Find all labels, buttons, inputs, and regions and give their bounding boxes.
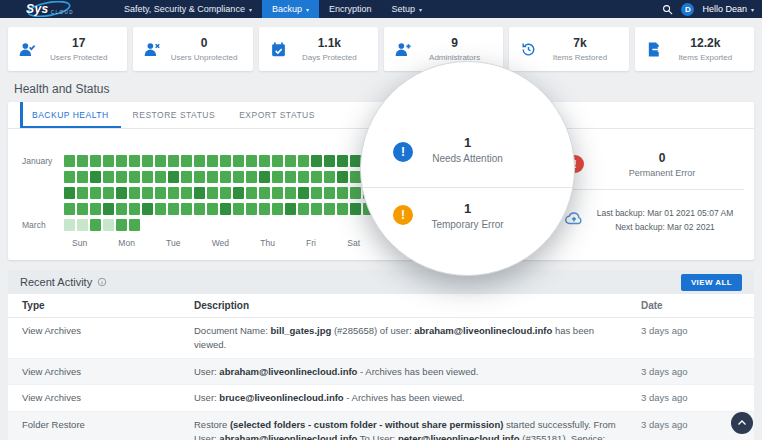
nav-item-backup[interactable]: Backup <box>262 0 319 18</box>
heatmap-cell[interactable] <box>337 187 348 199</box>
heatmap-cell[interactable] <box>298 187 309 199</box>
heatmap-cell[interactable] <box>298 171 309 183</box>
heatmap-cell[interactable] <box>246 171 257 183</box>
heatmap-cell[interactable] <box>220 203 231 215</box>
heatmap-cell[interactable] <box>285 187 296 199</box>
nav-item-setup[interactable]: Setup <box>381 0 432 18</box>
heatmap-cell[interactable] <box>181 171 192 183</box>
heatmap-cell[interactable] <box>155 203 166 215</box>
heatmap-cell[interactable] <box>129 187 140 199</box>
heatmap-cell[interactable] <box>311 203 322 215</box>
heatmap-cell[interactable] <box>155 171 166 183</box>
heatmap-cell[interactable] <box>194 171 205 183</box>
heatmap-cell[interactable] <box>103 219 114 231</box>
heatmap-cell[interactable] <box>90 155 101 167</box>
heatmap-cell[interactable] <box>311 155 322 167</box>
stat-card-days-protected[interactable]: 1.1k Days Protected <box>259 27 378 71</box>
heatmap-cell[interactable] <box>116 171 127 183</box>
nav-item-encryption[interactable]: Encryption <box>319 0 382 18</box>
heatmap-cell[interactable] <box>233 155 244 167</box>
heatmap-cell[interactable] <box>246 155 257 167</box>
heatmap-cell[interactable] <box>129 171 140 183</box>
heatmap-cell[interactable] <box>155 155 166 167</box>
heatmap-cell[interactable] <box>116 219 127 231</box>
heatmap-cell[interactable] <box>233 171 244 183</box>
scroll-to-top-button[interactable] <box>731 412 753 434</box>
avatar[interactable]: D <box>681 3 694 16</box>
heatmap-cell[interactable] <box>259 155 270 167</box>
table-row[interactable]: View ArchivesUser: bruce@liveonlinecloud… <box>8 385 754 412</box>
heatmap-cell[interactable] <box>181 203 192 215</box>
heatmap-cell[interactable] <box>64 155 75 167</box>
heatmap-cell[interactable] <box>220 171 231 183</box>
heatmap-cell[interactable] <box>207 155 218 167</box>
heatmap-cell[interactable] <box>168 203 179 215</box>
table-row[interactable]: View ArchivesUser: abraham@liveonlineclo… <box>8 358 754 385</box>
heatmap-cell[interactable] <box>285 155 296 167</box>
table-row[interactable]: View ArchivesDocument Name: bill_gates.j… <box>8 318 754 359</box>
heatmap-cell[interactable] <box>311 171 322 183</box>
heatmap-cell[interactable] <box>259 203 270 215</box>
heatmap-cell[interactable] <box>116 203 127 215</box>
heatmap-cell[interactable] <box>155 187 166 199</box>
heatmap-cell[interactable] <box>77 187 88 199</box>
heatmap-cell[interactable] <box>103 171 114 183</box>
heatmap-cell[interactable] <box>272 171 283 183</box>
heatmap-cell[interactable] <box>259 171 270 183</box>
heatmap-cell[interactable] <box>116 155 127 167</box>
info-circle-icon[interactable] <box>97 277 107 287</box>
heatmap-cell[interactable] <box>129 219 140 231</box>
heatmap-cell[interactable] <box>285 203 296 215</box>
heatmap-cell[interactable] <box>90 203 101 215</box>
heatmap-cell[interactable] <box>246 187 257 199</box>
heatmap-cell[interactable] <box>337 155 348 167</box>
user-menu[interactable]: Hello Dean <box>702 4 754 14</box>
tab-restore-status[interactable]: RESTORE STATUS <box>121 102 228 128</box>
heatmap-cell[interactable] <box>350 203 361 215</box>
heatmap-cell[interactable] <box>272 187 283 199</box>
heatmap-cell[interactable] <box>285 171 296 183</box>
stat-card-users-protected[interactable]: 17 Users Protected <box>8 27 127 71</box>
heatmap-cell[interactable] <box>142 203 153 215</box>
heatmap-cell[interactable] <box>207 203 218 215</box>
heatmap-cell[interactable] <box>64 203 75 215</box>
heatmap-cell[interactable] <box>324 171 335 183</box>
heatmap-cell[interactable] <box>168 187 179 199</box>
heatmap-cell[interactable] <box>168 155 179 167</box>
heatmap-cell[interactable] <box>142 187 153 199</box>
heatmap-cell[interactable] <box>194 155 205 167</box>
heatmap-cell[interactable] <box>64 219 75 231</box>
heatmap-cell[interactable] <box>64 171 75 183</box>
heatmap-cell[interactable] <box>272 203 283 215</box>
heatmap-cell[interactable] <box>233 187 244 199</box>
search-icon[interactable] <box>662 4 673 15</box>
stat-card-items-restored[interactable]: 7k Items Restored <box>509 27 628 71</box>
heatmap-cell[interactable] <box>168 171 179 183</box>
nav-item-safety-security-compliance[interactable]: Safety, Security & Compliance <box>114 0 262 18</box>
table-row[interactable]: Folder RestoreRestore (selected folders … <box>8 412 754 440</box>
view-all-button[interactable]: VIEW ALL <box>681 274 742 291</box>
heatmap-cell[interactable] <box>103 187 114 199</box>
app-logo[interactable]: Sys CLOUD <box>0 0 100 18</box>
heatmap-cell[interactable] <box>220 187 231 199</box>
heatmap-cell[interactable] <box>64 187 75 199</box>
heatmap-cell[interactable] <box>337 203 348 215</box>
heatmap-cell[interactable] <box>194 187 205 199</box>
tab-export-status[interactable]: EXPORT STATUS <box>227 102 327 128</box>
stat-card-users-unprotected[interactable]: 0 Users Unprotected <box>133 27 252 71</box>
heatmap-cell[interactable] <box>129 155 140 167</box>
heatmap-cell[interactable] <box>77 171 88 183</box>
heatmap-cell[interactable] <box>298 203 309 215</box>
heatmap-cell[interactable] <box>181 187 192 199</box>
heatmap-cell[interactable] <box>103 155 114 167</box>
heatmap-cell[interactable] <box>337 171 348 183</box>
heatmap-cell[interactable] <box>77 155 88 167</box>
heatmap-cell[interactable] <box>103 203 114 215</box>
heatmap-cell[interactable] <box>116 187 127 199</box>
heatmap-cell[interactable] <box>220 155 231 167</box>
heatmap-cell[interactable] <box>142 171 153 183</box>
heatmap-cell[interactable] <box>324 155 335 167</box>
heatmap-cell[interactable] <box>324 187 335 199</box>
heatmap-cell[interactable] <box>324 203 335 215</box>
heatmap-cell[interactable] <box>77 219 88 231</box>
